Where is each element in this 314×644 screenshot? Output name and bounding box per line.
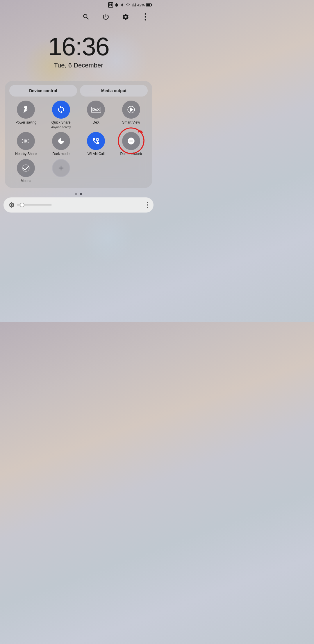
smart-view-label: Smart View	[122, 120, 140, 125]
toggle-add[interactable]	[44, 159, 78, 183]
toggle-nearby-share[interactable]: Nearby Share	[9, 132, 43, 156]
toggle-do-not-disturb[interactable]: Do not disturb	[115, 132, 148, 156]
dnd-label: Do not disturb	[120, 152, 142, 156]
quick-share-sublabel: Anyone nearby	[51, 126, 71, 129]
toggle-dex[interactable]: DeX DeX	[79, 101, 113, 129]
nfc-icon: N	[108, 2, 113, 8]
bottom-bar	[3, 197, 154, 213]
toggle-power-saving[interactable]: Power saving	[9, 101, 43, 129]
brightness-section	[9, 202, 52, 208]
quick-toggle-grid: Power saving Quick Share Anyone nearby D…	[9, 101, 148, 183]
add-icon-wrap	[52, 159, 70, 177]
toggle-quick-share[interactable]: Quick Share Anyone nearby	[44, 101, 78, 129]
dex-icon-wrap: DeX	[87, 101, 105, 119]
dark-mode-icon-wrap	[52, 132, 70, 150]
brightness-icon	[9, 202, 15, 208]
svg-point-3	[145, 13, 146, 15]
dark-mode-label: Dark mode	[52, 152, 69, 156]
wifi-icon	[125, 3, 130, 7]
toggle-smart-view[interactable]: Smart View	[115, 101, 148, 129]
svg-point-14	[147, 207, 148, 208]
nearby-share-label: Nearby Share	[15, 152, 37, 156]
svg-point-5	[145, 19, 146, 21]
more-options-button[interactable]	[140, 11, 151, 23]
wlan-call-label: WLAN Call	[88, 152, 105, 156]
svg-rect-1	[151, 4, 152, 6]
top-action-bar	[0, 9, 157, 25]
toggle-modes[interactable]: Modes	[9, 159, 43, 183]
battery-icon	[146, 3, 152, 7]
wlan-call-icon-wrap	[87, 132, 105, 150]
dot-1	[75, 193, 77, 195]
smart-view-icon-wrap	[122, 101, 140, 119]
device-control-button[interactable]: Device control	[9, 85, 77, 97]
bottom-more-button[interactable]	[147, 202, 148, 208]
svg-point-13	[147, 204, 148, 206]
quick-settings-panel: Device control Media output Power saving…	[5, 81, 152, 188]
power-saving-icon-wrap	[17, 101, 35, 119]
settings-button[interactable]	[120, 11, 131, 23]
toggle-dark-mode[interactable]: Dark mode	[44, 132, 78, 156]
dot-2	[80, 193, 82, 195]
status-icons: N 42%	[108, 2, 152, 8]
svg-rect-2	[146, 4, 150, 6]
alarm-icon	[114, 3, 119, 7]
power-saving-label: Power saving	[15, 120, 36, 125]
dex-label: DeX	[93, 120, 99, 125]
svg-point-4	[145, 16, 146, 18]
brightness-thumb	[20, 203, 24, 207]
clock-section: 16:36 Tue, 6 December	[0, 25, 157, 75]
dnd-icon-wrap	[122, 132, 140, 150]
status-bar: N 42%	[0, 0, 157, 9]
quick-share-label: Quick Share	[51, 120, 71, 125]
panel-top-buttons: Device control Media output	[9, 85, 148, 97]
clock-date: Tue, 6 December	[54, 62, 103, 69]
bluetooth-icon	[120, 3, 124, 7]
modes-label: Modes	[21, 179, 31, 183]
clock-time: 16:36	[48, 34, 109, 59]
power-button[interactable]	[100, 11, 112, 23]
media-output-button[interactable]: Media output	[80, 85, 148, 97]
svg-point-11	[23, 165, 29, 172]
quick-share-icon-wrap	[52, 101, 70, 119]
pagination-dots	[0, 193, 157, 195]
dex-text-icon: DeX	[91, 107, 101, 113]
search-button[interactable]	[80, 11, 92, 23]
nearby-share-icon-wrap	[17, 132, 35, 150]
signal-icon	[131, 3, 136, 7]
toggle-wlan-call[interactable]: WLAN Call	[79, 132, 113, 156]
svg-point-12	[147, 202, 148, 203]
brightness-slider[interactable]	[17, 204, 52, 206]
modes-icon-wrap	[17, 159, 35, 177]
battery-percentage: 42%	[137, 3, 145, 7]
